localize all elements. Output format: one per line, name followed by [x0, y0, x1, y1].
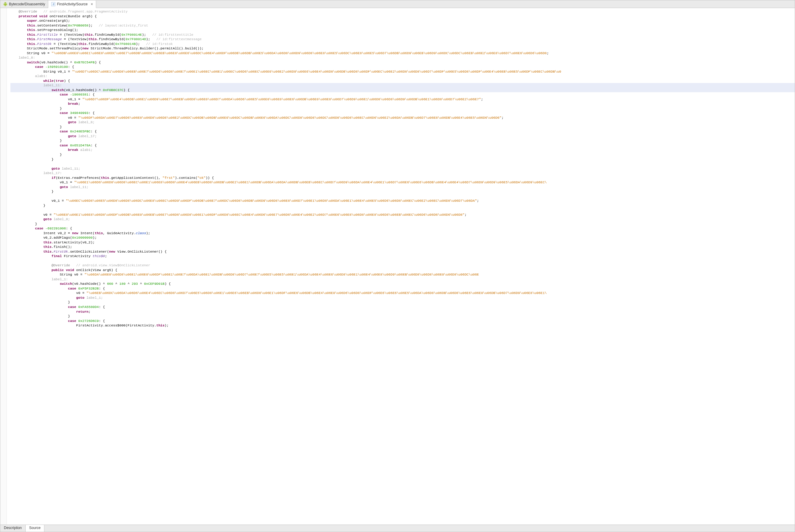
code-editor[interactable]: @Override // androidx.fragment.app.Fragm…: [0, 8, 795, 525]
tab-source[interactable]: J FirstActivity/Source ×: [48, 1, 96, 8]
editor-tab-bar: Bytecode/Disassembly J FirstActivity/Sou…: [0, 0, 795, 8]
android-icon: [3, 2, 7, 6]
source-code: @Override // androidx.fragment.app.Fragm…: [0, 8, 795, 329]
gutter: [0, 8, 7, 525]
close-icon[interactable]: ×: [91, 2, 93, 6]
bottom-tab-bar: Description Source: [0, 525, 795, 532]
tab-source-label: FirstActivity/Source: [57, 2, 88, 6]
java-file-icon: J: [51, 2, 55, 6]
ide-window: Bytecode/Disassembly J FirstActivity/Sou…: [0, 0, 795, 532]
bottom-tab-source[interactable]: Source: [25, 525, 44, 532]
bottom-tab-description[interactable]: Description: [0, 525, 25, 532]
tab-bytecode[interactable]: Bytecode/Disassembly: [0, 0, 48, 8]
tab-bytecode-label: Bytecode/Disassembly: [9, 2, 45, 6]
